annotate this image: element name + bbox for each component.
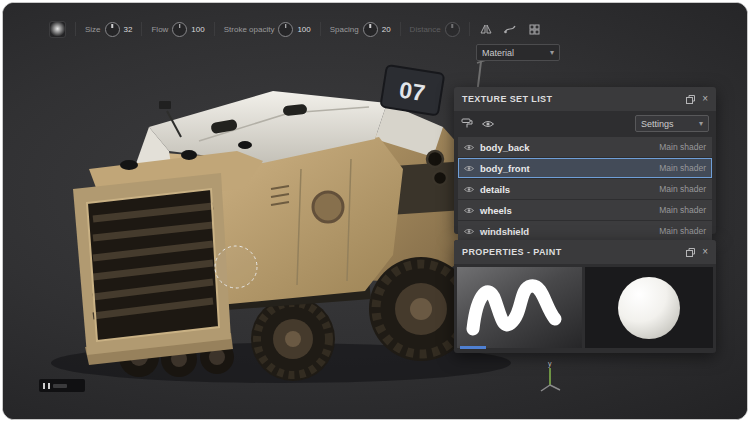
close-icon[interactable]: × bbox=[702, 247, 708, 257]
texture-set-row[interactable]: body_back Main shader bbox=[458, 137, 712, 157]
scroll-indicator[interactable] bbox=[460, 346, 486, 349]
visibility-eye-icon[interactable] bbox=[464, 165, 474, 172]
spacing-label: Spacing bbox=[330, 25, 359, 34]
size-knob[interactable] bbox=[105, 22, 120, 37]
texture-set-row[interactable]: body_front Main shader bbox=[458, 158, 712, 178]
float-panel-icon[interactable] bbox=[686, 248, 695, 257]
divider bbox=[469, 22, 470, 36]
flow-control[interactable]: Flow 100 bbox=[151, 22, 204, 37]
texture-set-toolbar: Settings ▾ bbox=[454, 111, 716, 136]
visibility-eye-icon[interactable] bbox=[464, 144, 474, 151]
stroke-opacity-control[interactable]: Stroke opacity 100 bbox=[224, 22, 311, 37]
texture-set-shader: Main shader bbox=[659, 184, 706, 194]
divider bbox=[214, 22, 215, 36]
stroke-opacity-knob[interactable] bbox=[278, 22, 293, 37]
texture-set-row[interactable]: windshield Main shader bbox=[458, 221, 712, 241]
texture-set-name: details bbox=[480, 184, 510, 195]
stroke-opacity-label: Stroke opacity bbox=[224, 25, 275, 34]
texture-set-name: windshield bbox=[480, 226, 529, 237]
distance-label: Distance bbox=[410, 25, 441, 34]
app-window: 07 y Size 32 Flow bbox=[2, 2, 748, 420]
spacing-control[interactable]: Spacing 20 bbox=[330, 22, 391, 37]
axis-gizmo[interactable]: y bbox=[537, 359, 565, 393]
texture-set-shader: Main shader bbox=[659, 142, 706, 152]
lazy-mouse-icon[interactable] bbox=[503, 22, 518, 37]
texture-set-row[interactable]: details Main shader bbox=[458, 179, 712, 199]
axis-y-label: y bbox=[548, 360, 552, 368]
brush-stroke-preview[interactable] bbox=[457, 267, 582, 348]
properties-header: PROPERTIES - PAINT × bbox=[454, 240, 716, 264]
properties-paint-panel: PROPERTIES - PAINT × bbox=[454, 240, 716, 353]
material-sphere-preview[interactable] bbox=[585, 267, 713, 348]
pause-button[interactable] bbox=[39, 379, 85, 392]
divider bbox=[141, 22, 142, 36]
panel-title: PROPERTIES - PAINT bbox=[462, 247, 679, 257]
distance-control[interactable]: Distance bbox=[410, 22, 460, 37]
texture-set-shader: Main shader bbox=[659, 163, 706, 173]
flow-label: Flow bbox=[151, 25, 168, 34]
texture-set-rows: body_back Main shader body_front Main sh… bbox=[454, 136, 716, 243]
material-dropdown-label: Material bbox=[482, 48, 514, 58]
divider bbox=[75, 22, 76, 36]
divider bbox=[320, 22, 321, 36]
chevron-down-icon: ▾ bbox=[699, 120, 703, 128]
grid-icon[interactable] bbox=[527, 22, 542, 37]
spacing-value: 20 bbox=[382, 25, 391, 34]
texture-set-list-panel: TEXTURE SET LIST × Settings ▾ body_back … bbox=[454, 87, 716, 234]
visibility-eye-icon[interactable] bbox=[464, 207, 474, 214]
close-icon[interactable]: × bbox=[702, 94, 708, 104]
size-control[interactable]: Size 32 bbox=[85, 22, 132, 37]
texture-set-shader: Main shader bbox=[659, 205, 706, 215]
settings-dropdown[interactable]: Settings ▾ bbox=[635, 115, 709, 132]
chip-decoration bbox=[53, 384, 67, 388]
flow-value: 100 bbox=[191, 25, 204, 34]
visibility-eye-icon[interactable] bbox=[464, 186, 474, 193]
brush-tip-preview-icon[interactable] bbox=[49, 21, 66, 38]
float-panel-icon[interactable] bbox=[686, 95, 695, 104]
visibility-eye-icon[interactable] bbox=[464, 228, 474, 235]
texture-set-shader: Main shader bbox=[659, 226, 706, 236]
vehicle-number: 07 bbox=[398, 76, 427, 106]
eye-icon[interactable] bbox=[482, 120, 494, 128]
pause-icon bbox=[48, 383, 50, 389]
distance-knob[interactable] bbox=[445, 22, 460, 37]
texture-set-name: wheels bbox=[480, 205, 512, 216]
texture-set-name: body_back bbox=[480, 142, 530, 153]
flow-knob[interactable] bbox=[172, 22, 187, 37]
number-badge: 07 bbox=[380, 65, 444, 116]
material-sphere bbox=[618, 277, 680, 339]
material-dropdown[interactable]: Material ▾ bbox=[476, 44, 560, 61]
symmetry-icon[interactable] bbox=[479, 22, 494, 37]
divider bbox=[400, 22, 401, 36]
size-label: Size bbox=[85, 25, 101, 34]
texture-set-name: body_front bbox=[480, 163, 530, 174]
chevron-down-icon: ▾ bbox=[550, 49, 554, 57]
size-value: 32 bbox=[124, 25, 133, 34]
texture-set-list-header: TEXTURE SET LIST × bbox=[454, 87, 716, 111]
brush-cursor bbox=[215, 246, 257, 288]
pause-icon bbox=[43, 383, 45, 389]
paint-roller-icon[interactable] bbox=[461, 118, 473, 129]
brush-toolbar: Size 32 Flow 100 Stroke opacity 100 Spac… bbox=[49, 16, 542, 42]
texture-set-row[interactable]: wheels Main shader bbox=[458, 200, 712, 220]
spacing-knob[interactable] bbox=[363, 22, 378, 37]
stroke-opacity-value: 100 bbox=[297, 25, 310, 34]
panel-title: TEXTURE SET LIST bbox=[462, 94, 679, 104]
properties-body bbox=[454, 264, 716, 351]
settings-label: Settings bbox=[641, 119, 674, 129]
